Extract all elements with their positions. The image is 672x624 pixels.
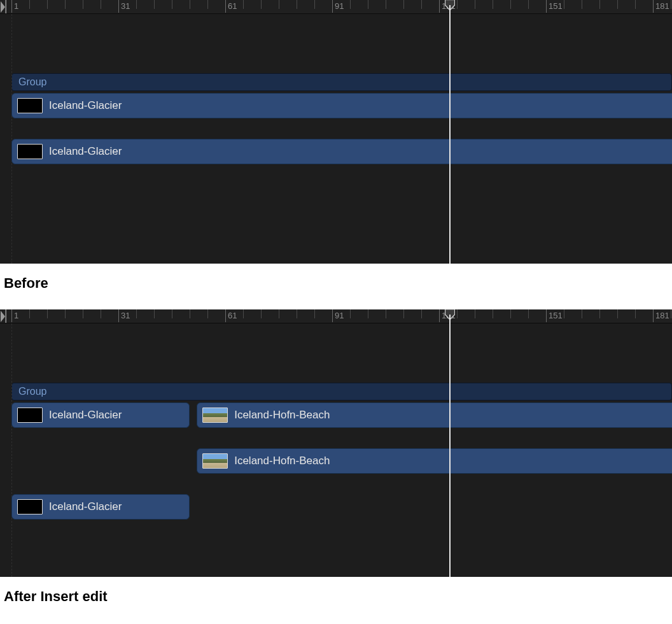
- ruler-tick-major: [11, 0, 12, 13]
- ruler-tick-major: [332, 309, 333, 322]
- ruler-tick-minor: [314, 309, 315, 318]
- ruler-tick-minor: [671, 309, 671, 318]
- ruler-tick-minor: [136, 309, 137, 318]
- ruler-tick-minor: [386, 309, 386, 318]
- ruler-tick-label: 91: [335, 311, 344, 320]
- group-label: Group: [18, 76, 46, 88]
- ruler-tick-minor: [457, 0, 458, 9]
- ruler-tick-minor: [29, 0, 30, 9]
- ruler-tick-label: 61: [228, 311, 237, 320]
- ruler-tick-minor: [261, 309, 262, 318]
- ruler-tick-major: [653, 309, 654, 322]
- ruler-tick-minor: [510, 309, 511, 318]
- ruler-tick-label: 121: [442, 311, 456, 320]
- ruler-tick-minor: [386, 0, 386, 9]
- ruler-tick-minor: [403, 0, 404, 9]
- ruler-tick-minor: [261, 0, 262, 9]
- ruler-tick-minor: [207, 0, 208, 9]
- ruler-tick-minor: [582, 309, 582, 318]
- ruler-tick-minor: [493, 0, 493, 9]
- ruler-tick-minor: [368, 309, 368, 318]
- timeline-before: 1316191121151181 Group Iceland-GlacierIc…: [0, 0, 672, 264]
- ruler-tick-major: [653, 0, 654, 13]
- ruler-tick-minor: [457, 309, 458, 318]
- ruler-tick-minor: [297, 309, 297, 318]
- ruler-tick-label: 1: [14, 311, 18, 320]
- ruler-tick-minor: [635, 309, 636, 318]
- ruler-tick-minor: [564, 0, 564, 9]
- ruler-tick-minor: [190, 309, 190, 318]
- ruler-tick-minor: [493, 309, 493, 318]
- timeline-ruler[interactable]: 1316191121151181: [0, 0, 672, 14]
- ruler-tick-minor: [564, 309, 564, 318]
- clip-label: Iceland-Glacier: [49, 500, 122, 513]
- ruler-tick-label: 31: [121, 311, 130, 320]
- ruler-tick-minor: [403, 309, 404, 318]
- ruler-tick-minor: [136, 0, 137, 9]
- ruler-tick-minor: [154, 0, 155, 9]
- ruler-tick-minor: [207, 309, 208, 318]
- clip-label: Iceland-Glacier: [49, 99, 122, 112]
- ruler-tick-label: 151: [549, 1, 563, 11]
- clip[interactable]: Iceland-Glacier: [11, 139, 672, 164]
- ruler-tick-minor: [243, 0, 244, 9]
- ruler-tick-minor: [29, 309, 30, 318]
- ruler-tick-major: [118, 309, 119, 322]
- clip-thumbnail: [17, 144, 43, 159]
- timeline-start-marker-icon[interactable]: [0, 0, 8, 14]
- frame-guide-line: [11, 323, 12, 577]
- ruler-tick-major: [546, 309, 547, 322]
- ruler-tick-minor: [314, 0, 315, 9]
- clip-label: Iceland-Hofn-Beach: [234, 455, 330, 467]
- ruler-tick-minor: [528, 309, 529, 318]
- ruler-tick-minor: [421, 309, 422, 318]
- ruler-tick-major: [225, 0, 226, 13]
- ruler-tick-minor: [671, 0, 671, 9]
- clip[interactable]: Iceland-Hofn-Beach: [197, 448, 672, 474]
- ruler-tick-minor: [297, 0, 297, 9]
- caption-after: After Insert edit: [0, 577, 672, 623]
- timeline-start-marker-icon[interactable]: [0, 309, 8, 323]
- svg-rect-0: [6, 0, 7, 14]
- ruler-tick-minor: [475, 309, 475, 318]
- group-bar[interactable]: Group: [11, 383, 672, 401]
- ruler-tick-minor: [528, 0, 529, 9]
- ruler-tick-major: [546, 0, 547, 13]
- ruler-tick-major: [11, 309, 12, 322]
- clip-thumbnail: [17, 408, 43, 423]
- ruler-tick-label: 91: [335, 1, 344, 11]
- ruler-tick-label: 151: [549, 311, 563, 320]
- clip-thumbnail: [202, 453, 228, 469]
- timeline-tracks[interactable]: Group Iceland-GlacierIceland-Glacier: [0, 14, 672, 264]
- ruler-tick-minor: [279, 309, 279, 318]
- ruler-tick-label: 1: [14, 1, 18, 11]
- clip[interactable]: Iceland-Glacier: [11, 93, 672, 118]
- ruler-tick-minor: [101, 309, 101, 318]
- clip[interactable]: Iceland-Glacier: [11, 402, 190, 428]
- ruler-tick-major: [118, 0, 119, 13]
- clip[interactable]: Iceland-Hofn-Beach: [197, 402, 672, 428]
- ruler-tick-label: 121: [442, 1, 456, 11]
- ruler-tick-major: [332, 0, 333, 13]
- ruler-tick-minor: [421, 0, 422, 9]
- ruler-tick-minor: [475, 0, 475, 9]
- ruler-tick-minor: [635, 0, 636, 9]
- group-bar[interactable]: Group: [11, 73, 672, 91]
- ruler-tick-minor: [599, 309, 600, 318]
- clip-label: Iceland-Glacier: [49, 409, 122, 422]
- caption-before: Before: [0, 264, 672, 309]
- ruler-tick-minor: [599, 0, 600, 9]
- clip[interactable]: Iceland-Glacier: [11, 494, 190, 520]
- timeline-tracks[interactable]: Group Iceland-GlacierIceland-Hofn-BeachI…: [0, 323, 672, 577]
- ruler-tick-minor: [190, 0, 190, 9]
- ruler-tick-minor: [617, 309, 618, 318]
- ruler-tick-minor: [350, 0, 351, 9]
- ruler-tick-minor: [350, 309, 351, 318]
- clip-thumbnail: [17, 499, 43, 514]
- timeline-after: 1316191121151181 Group Iceland-GlacierIc…: [0, 309, 672, 577]
- svg-rect-1: [6, 309, 7, 323]
- timeline-ruler[interactable]: 1316191121151181: [0, 309, 672, 323]
- ruler-tick-label: 61: [228, 1, 237, 11]
- ruler-tick-minor: [83, 309, 83, 318]
- ruler-tick-minor: [617, 0, 618, 9]
